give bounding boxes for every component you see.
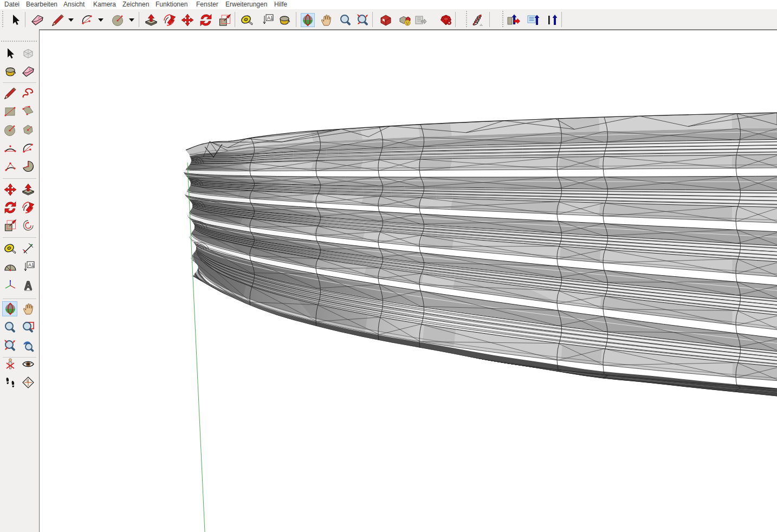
- svg-text:C: C: [27, 379, 29, 382]
- svg-text:A1: A1: [28, 262, 34, 268]
- svg-text:A1: A1: [267, 15, 273, 21]
